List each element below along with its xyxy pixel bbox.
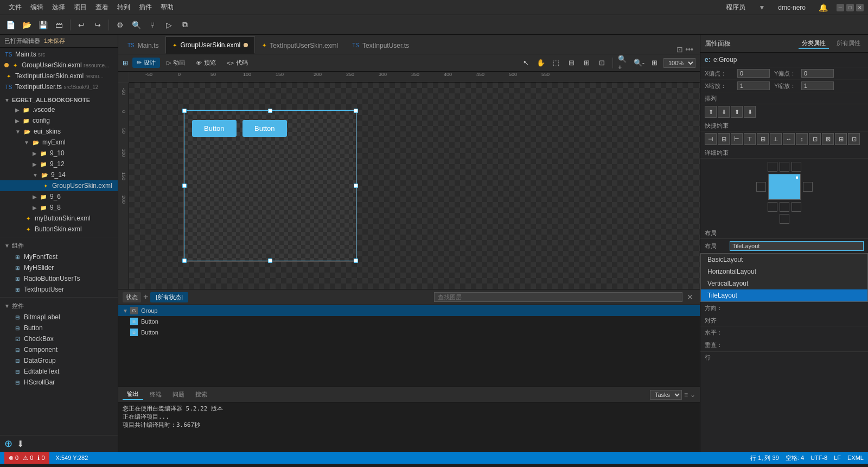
maximize-button[interactable]: □ bbox=[846, 4, 854, 11]
control-checkbox[interactable]: ☑ CheckBox bbox=[0, 333, 118, 344]
all-states-tab[interactable]: |所有状态| bbox=[150, 292, 188, 302]
qc-btn-5[interactable]: ⊞ bbox=[757, 133, 769, 145]
tree-9-12[interactable]: ▶ 📁 9_12 bbox=[0, 159, 118, 169]
dropdown-vertical-layout[interactable]: VerticalLayout bbox=[701, 277, 867, 289]
control-component[interactable]: ⊟ Component bbox=[0, 344, 118, 355]
open-file-textinput-user[interactable]: TS TextInputUser.ts src\Book\9_12 bbox=[0, 81, 118, 92]
control-datagroup[interactable]: ⊟ DataGroup bbox=[0, 355, 118, 366]
handle-tm[interactable] bbox=[268, 109, 272, 113]
handle-bl[interactable] bbox=[182, 258, 187, 263]
constraint-tc[interactable] bbox=[780, 162, 789, 172]
open-file-group-skin[interactable]: ✦ GroupUserSkin.exml resource... bbox=[0, 60, 118, 71]
settings-button[interactable]: ⚙ bbox=[113, 18, 127, 32]
menu-view[interactable]: 查看 bbox=[91, 3, 113, 12]
components-header[interactable]: ▼ 组件 bbox=[0, 240, 118, 251]
constraint-bl[interactable] bbox=[768, 202, 777, 212]
tab-categorized[interactable]: 分类属性 bbox=[799, 38, 829, 49]
layer-item-group[interactable]: ▼ G Group bbox=[118, 305, 700, 316]
menu-edit[interactable]: 编辑 bbox=[26, 3, 48, 12]
sort-btn-2[interactable]: ⇓ bbox=[718, 106, 730, 118]
handle-br[interactable] bbox=[354, 258, 358, 263]
component-textinputuser[interactable]: ⊞ TextInputUser bbox=[0, 284, 118, 295]
minimize-button[interactable]: ─ bbox=[837, 4, 844, 11]
tab-main-ts[interactable]: TS Main.ts bbox=[120, 36, 165, 54]
constraint-tl[interactable] bbox=[768, 162, 777, 172]
qc-btn-11[interactable]: ⊞ bbox=[835, 133, 847, 145]
qc-btn-7[interactable]: ↔ bbox=[783, 133, 795, 145]
menu-file[interactable]: 文件 bbox=[4, 3, 26, 12]
menu-plugin[interactable]: 插件 bbox=[135, 3, 156, 12]
tree-mybuttonskin[interactable]: ✦ myButtonSkin.exml bbox=[0, 213, 118, 224]
tree-buttonskin[interactable]: ✦ ButtonSkin.exml bbox=[0, 224, 118, 235]
sy-input[interactable] bbox=[801, 81, 834, 90]
dropdown-basic-layout[interactable]: BasicLayout bbox=[701, 254, 867, 266]
control-bitmaplabel[interactable]: ⊟ BitmapLabel bbox=[0, 312, 118, 323]
menu-help[interactable]: 帮助 bbox=[156, 3, 178, 12]
add-component-button[interactable]: ⊕ bbox=[4, 438, 12, 450]
sx-input[interactable] bbox=[737, 81, 770, 90]
constraint-extra-1[interactable] bbox=[780, 214, 789, 224]
code-button[interactable]: <> 代码 bbox=[222, 58, 252, 68]
tab-textinput-skin[interactable]: ✦ TextInputUserSkin.exml bbox=[255, 36, 345, 54]
layer-search-input[interactable] bbox=[434, 292, 682, 302]
search-toolbar-button[interactable]: 🔍 bbox=[129, 18, 143, 32]
menu-project[interactable]: 项目 bbox=[69, 3, 91, 12]
animation-mode-button[interactable]: ▷ 动画 bbox=[162, 58, 189, 68]
split-editor-icon[interactable]: ⊡ bbox=[676, 45, 683, 54]
qc-btn-8[interactable]: ↕ bbox=[796, 133, 808, 145]
zoom-in-tool[interactable]: 🔍+ bbox=[618, 57, 630, 69]
tree-9-14[interactable]: ▼ 📂 9_14 bbox=[0, 169, 118, 180]
project-root[interactable]: ▼ EGRET_ALLBOOKOFNOTE bbox=[0, 96, 118, 104]
layer-item-button2[interactable]: B Button bbox=[118, 327, 700, 338]
git-button[interactable]: ⑂ bbox=[145, 18, 159, 32]
open-file-button[interactable]: 📂 bbox=[20, 18, 34, 32]
console-tab-problems[interactable]: 问题 bbox=[168, 389, 189, 400]
canvas-container[interactable]: Button Button bbox=[129, 83, 700, 289]
frame-tool[interactable]: ⬚ bbox=[550, 57, 562, 69]
dropdown-horizontal-layout[interactable]: HorizontalLayout bbox=[701, 266, 867, 277]
sort-btn-3[interactable]: ⬆ bbox=[731, 106, 743, 118]
extension-button[interactable]: ⧉ bbox=[178, 18, 192, 32]
qc-btn-3[interactable]: ⊢ bbox=[731, 133, 743, 145]
zoom-out-tool[interactable]: 🔍- bbox=[633, 57, 645, 69]
align-tool[interactable]: ⊟ bbox=[565, 57, 577, 69]
qc-btn-2[interactable]: ⊟ bbox=[718, 133, 730, 145]
hand-tool[interactable]: ✋ bbox=[535, 57, 547, 69]
constraint-mr[interactable] bbox=[803, 182, 813, 192]
open-file-textinput-skin[interactable]: ✦ TextInputUserSkin.exml resou... bbox=[0, 71, 118, 81]
control-editabletext[interactable]: ⊟ EditableText bbox=[0, 366, 118, 377]
tree-9-10[interactable]: ▶ 📁 9_10 bbox=[0, 148, 118, 159]
grid-tool[interactable]: ⊞ bbox=[580, 57, 592, 69]
close-button[interactable]: ✕ bbox=[856, 4, 864, 11]
constraint-br[interactable] bbox=[792, 202, 801, 212]
undo-button[interactable]: ↩ bbox=[74, 18, 88, 32]
handle-ml[interactable] bbox=[182, 184, 187, 188]
sort-btn-4[interactable]: ⬇ bbox=[744, 106, 756, 118]
y-position-input[interactable] bbox=[801, 69, 834, 78]
pointer-tool[interactable]: ↖ bbox=[520, 57, 532, 69]
layer-item-button1[interactable]: B Button bbox=[118, 316, 700, 327]
console-tab-terminal[interactable]: 终端 bbox=[145, 389, 166, 400]
tree-9-6[interactable]: ▶ 📁 9_6 bbox=[0, 191, 118, 202]
import-button[interactable]: ⬇ bbox=[17, 439, 24, 449]
controls-header[interactable]: ▼ 控件 bbox=[0, 300, 118, 312]
tree-group-user-skin[interactable]: ✦ GroupUserSkin.exml bbox=[0, 180, 118, 191]
console-sort-icon[interactable]: ≡ bbox=[684, 391, 688, 399]
redo-button[interactable]: ↪ bbox=[91, 18, 105, 32]
new-file-button[interactable]: 📄 bbox=[3, 18, 17, 32]
handle-tl[interactable] bbox=[182, 109, 187, 113]
notification-icon[interactable]: 🔔 bbox=[814, 3, 832, 12]
save-button[interactable]: 💾 bbox=[36, 18, 50, 32]
dropdown-tile-layout[interactable]: TileLayout bbox=[701, 289, 867, 301]
tree-vscode[interactable]: ▶ 📁 .vscode bbox=[0, 104, 118, 115]
handle-bm[interactable] bbox=[268, 258, 272, 263]
canvas-button-1[interactable]: Button bbox=[192, 120, 237, 137]
qc-btn-10[interactable]: ⊠ bbox=[822, 133, 834, 145]
constraint-tr[interactable] bbox=[792, 162, 801, 172]
qc-btn-12[interactable]: ⊡ bbox=[848, 133, 860, 145]
tab-textinput-user[interactable]: TS TextInputUser.ts bbox=[345, 36, 416, 54]
console-tab-output[interactable]: 输出 bbox=[123, 389, 143, 400]
tab-all[interactable]: 所有属性 bbox=[833, 38, 864, 49]
tasks-select[interactable]: Tasks bbox=[650, 390, 682, 400]
zoom-select[interactable]: 100% 50% 200% bbox=[663, 58, 695, 68]
